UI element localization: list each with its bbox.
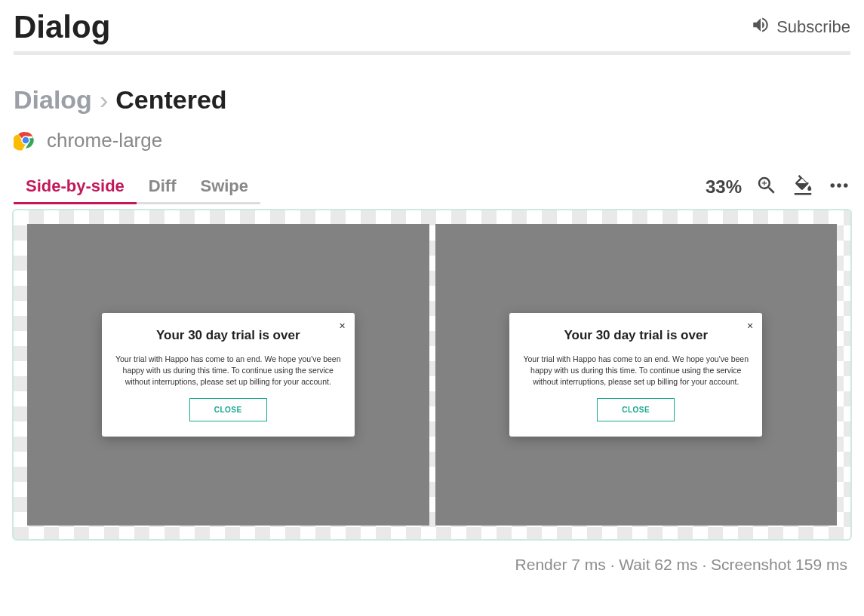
breadcrumb-parent[interactable]: Dialog xyxy=(14,85,92,115)
subscribe-button[interactable]: Subscribe xyxy=(751,15,850,39)
dialog-title: Your 30 day trial is over xyxy=(523,328,749,343)
chevron-right-icon: › xyxy=(100,85,108,115)
zoom-in-button[interactable] xyxy=(755,174,778,200)
svg-point-1 xyxy=(23,137,29,143)
breadcrumb: Dialog › Centered xyxy=(14,85,850,115)
render-stats: Render 7 ms · Wait 62 ms · Screenshot 15… xyxy=(0,547,864,587)
close-icon[interactable]: × xyxy=(747,320,753,331)
comparison-frame: × Your 30 day trial is over Your trial w… xyxy=(12,209,852,541)
close-icon[interactable]: × xyxy=(340,320,346,331)
svg-point-4 xyxy=(831,183,835,188)
zoom-level: 33% xyxy=(706,176,742,198)
before-panel: × Your 30 day trial is over Your trial w… xyxy=(27,224,429,526)
dialog-title: Your 30 day trial is over xyxy=(115,328,341,343)
dialog-before: × Your 30 day trial is over Your trial w… xyxy=(102,313,355,437)
dialog-body: Your trial with Happo has come to an end… xyxy=(115,354,341,388)
after-panel: × Your 30 day trial is over Your trial w… xyxy=(435,224,838,526)
breadcrumb-current: Centered xyxy=(115,85,226,115)
fill-tool-button[interactable] xyxy=(792,174,814,200)
dialog-body: Your trial with Happo has come to an end… xyxy=(523,354,749,388)
close-button[interactable]: CLOSE xyxy=(597,398,675,421)
tab-diff[interactable]: Diff xyxy=(137,170,189,204)
page-title: Dialog xyxy=(14,9,110,45)
more-options-button[interactable] xyxy=(828,174,850,200)
chrome-icon xyxy=(14,128,38,152)
subscribe-label: Subscribe xyxy=(776,17,850,37)
svg-rect-3 xyxy=(795,193,812,195)
svg-point-6 xyxy=(844,183,848,188)
speaker-icon xyxy=(751,15,770,39)
tab-side-by-side[interactable]: Side-by-side xyxy=(14,170,137,204)
close-button[interactable]: CLOSE xyxy=(189,398,267,421)
dialog-after: × Your 30 day trial is over Your trial w… xyxy=(509,313,762,437)
view-tabs: Side-by-side Diff Swipe xyxy=(14,170,260,204)
svg-point-5 xyxy=(837,183,841,188)
target-label: chrome-large xyxy=(47,129,162,152)
tab-swipe[interactable]: Swipe xyxy=(188,170,260,204)
